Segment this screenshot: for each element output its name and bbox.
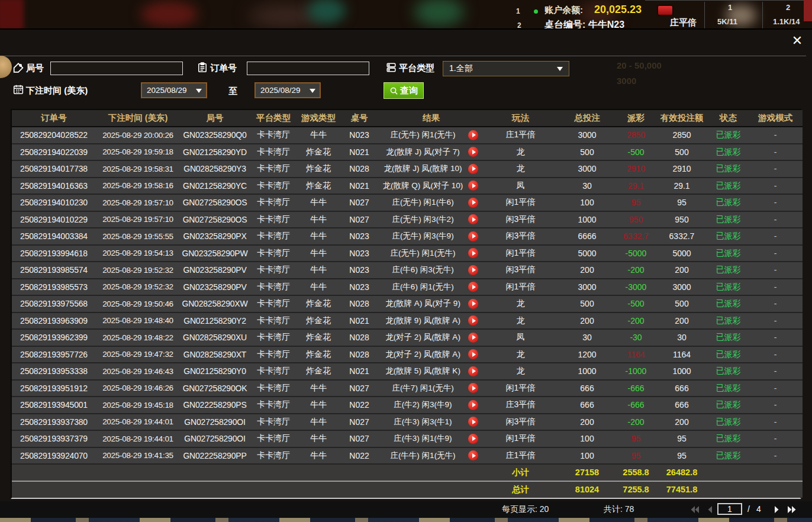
platform-type-select[interactable]: 1.全部 (443, 61, 569, 76)
cell-game-type: 炸金花 (297, 312, 340, 330)
cell-table-no: N023 (340, 127, 379, 144)
date-from-value: 2025/08/29 (147, 86, 187, 95)
cell-payout: 95 (617, 194, 655, 211)
cell-play-type: 闲1平倍 (484, 279, 558, 296)
cell-bet-time: 2025-08-29 19:44:01 (96, 430, 180, 447)
background-blob (308, 0, 346, 24)
round-number-input[interactable] (50, 62, 183, 75)
cell-status: 已派彩 (708, 279, 748, 296)
replay-video-icon[interactable] (468, 434, 478, 444)
cell-bet-time: 2025-08-29 19:55:55 (96, 228, 180, 245)
cell-round-id: GN021258290YD (180, 144, 250, 161)
replay-video-icon[interactable] (468, 299, 478, 309)
cell-order-id: 250829193985573 (12, 279, 96, 296)
cell-order-id: 250829193985574 (12, 262, 96, 279)
cell-platform: 卡卡湾厅 (250, 144, 297, 161)
cell-table-no: N027 (340, 414, 379, 431)
cell-order-id: 250829193957726 (12, 346, 96, 363)
cell-play-type: 闲1平倍 (484, 380, 558, 397)
replay-video-icon[interactable] (468, 130, 478, 140)
cell-order-id: 250829193963909 (12, 312, 96, 330)
replay-video-icon[interactable] (468, 383, 478, 393)
cell-game-mode: - (748, 178, 803, 195)
replay-video-icon[interactable] (468, 450, 478, 460)
replay-video-icon[interactable] (468, 265, 478, 275)
summary-spacer (12, 481, 484, 498)
cell-status: 已派彩 (708, 211, 748, 228)
cell-game-type: 炸金花 (297, 329, 340, 346)
background-red-badge (804, 0, 812, 21)
summary-spacer (708, 481, 748, 498)
cell-table-no: N027 (340, 211, 379, 228)
prev-page-icon[interactable] (705, 505, 715, 514)
cell-payout: 95 (617, 430, 655, 447)
replay-video-icon[interactable] (468, 349, 478, 359)
cell-order-id: 250829194016363 (12, 178, 96, 195)
total-count-label: 共计: 78 (604, 504, 634, 515)
platform-list-icon (386, 62, 397, 73)
cell-status: 已派彩 (708, 414, 748, 431)
cell-payout: -200 (617, 262, 655, 279)
column-header: 订单号 (12, 110, 96, 127)
chevron-down-icon (310, 89, 315, 93)
summary-payout: 2558.8 (617, 464, 655, 481)
first-page-icon[interactable] (690, 505, 700, 514)
replay-video-icon[interactable] (468, 366, 478, 376)
date-to-select[interactable]: 2025/08/29 (254, 82, 321, 98)
cell-order-id: 250829194010229 (12, 211, 96, 228)
cell-payout: 950 (617, 211, 655, 228)
table-row: 2508291939519122025-08-29 19:46:26GN0272… (12, 380, 803, 397)
date-range-to-label: 至 (228, 85, 237, 97)
cell-game-type: 牛牛 (297, 127, 340, 144)
cell-platform: 卡卡湾厅 (250, 346, 297, 363)
result-text: 龙(散牌 J) 凤(散牌 10) (384, 164, 462, 173)
page-number-input[interactable] (717, 503, 742, 515)
replay-video-icon[interactable] (468, 181, 478, 191)
table-row: 2508291939946182025-08-29 19:54:13GN0232… (12, 245, 803, 262)
cell-order-id: 250829194017738 (12, 160, 96, 178)
table-row: 2508291939855732025-08-29 19:52:32GN0232… (12, 279, 803, 296)
date-from-select[interactable]: 2025/08/29 (141, 82, 207, 98)
replay-video-icon[interactable] (468, 214, 478, 224)
replay-video-icon[interactable] (468, 417, 478, 427)
cell-bet-time: 2025-08-29 19:41:35 (96, 447, 180, 465)
cell-platform: 卡卡湾厅 (250, 245, 297, 262)
order-number-label: 订单号 (210, 62, 237, 74)
replay-video-icon[interactable] (468, 315, 478, 326)
cell-game-mode: - (748, 397, 803, 414)
edge-partial-button (0, 56, 12, 78)
replay-video-icon[interactable] (468, 164, 478, 174)
cell-valid-bet: 95 (655, 430, 708, 447)
replay-video-icon[interactable] (468, 248, 478, 258)
replay-video-icon[interactable] (468, 198, 478, 208)
next-page-icon[interactable] (772, 505, 781, 514)
last-page-icon[interactable] (787, 505, 797, 514)
cell-platform: 卡卡湾厅 (250, 228, 297, 245)
table-row: 2508291940033842025-08-29 19:55:55GN0232… (12, 228, 803, 245)
replay-video-icon[interactable] (468, 147, 478, 157)
replay-video-icon[interactable] (468, 231, 478, 241)
column-header: 状态 (708, 110, 748, 127)
cell-payout: 1164 (617, 346, 655, 363)
seat-number-1: 1 (516, 7, 520, 15)
cell-play-type: 龙 (484, 160, 558, 178)
cell-play-type: 闲3平倍 (484, 414, 558, 431)
cell-game-type: 炸金花 (297, 363, 340, 380)
replay-video-icon[interactable] (468, 333, 478, 343)
column-header: 游戏模式 (748, 110, 803, 127)
cell-payout: -500 (617, 295, 655, 312)
cell-valid-bet: 200 (655, 312, 708, 330)
bet-time-label: 下注时间 (美东) (26, 85, 88, 96)
replay-video-icon[interactable] (468, 282, 478, 292)
cell-status: 已派彩 (708, 363, 748, 380)
cell-result: 庄(无牛) 闲3(牛9) (379, 228, 484, 245)
replay-video-icon[interactable] (468, 400, 478, 410)
table-row: 2508291939639092025-08-29 19:48:40GN0212… (12, 312, 803, 330)
close-icon[interactable]: ✕ (790, 33, 805, 49)
table-row: 2508291940102292025-08-29 19:57:10GN0272… (12, 211, 803, 228)
cell-total-bet: 100 (558, 447, 617, 465)
cell-payout: 95 (617, 447, 655, 465)
order-number-input[interactable] (247, 62, 369, 75)
search-button[interactable]: 查询 (384, 82, 424, 99)
cell-bet-time: 2025-08-29 19:46:26 (96, 380, 180, 397)
